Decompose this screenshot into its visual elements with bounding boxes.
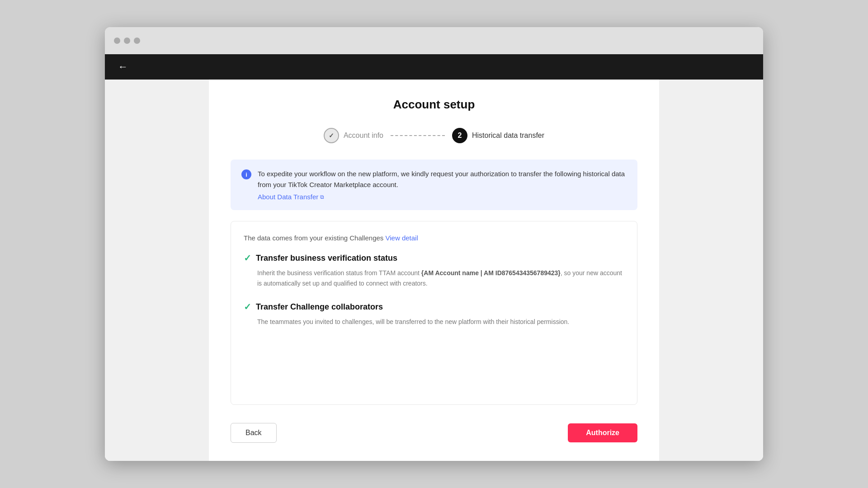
step-1-label: Account info — [344, 131, 383, 140]
main-area: Account setup ✓ Account info 2 Historica… — [209, 80, 659, 461]
step-2: 2 Historical data transfer — [452, 128, 544, 143]
info-icon: i — [241, 169, 251, 179]
step-2-label: Historical data transfer — [472, 131, 544, 140]
transfer-item-1-title: ✓ Transfer business verification status — [244, 253, 624, 263]
authorize-button[interactable]: Authorize — [568, 423, 637, 442]
step-divider — [391, 135, 445, 136]
stepper: ✓ Account info 2 Historical data transfe… — [231, 128, 637, 143]
step-1-circle: ✓ — [324, 128, 339, 143]
check-icon-2: ✓ — [244, 301, 251, 312]
transfer-item-1-desc: Inherit the business verification status… — [244, 268, 624, 289]
nav-bar: ← — [105, 54, 763, 80]
browser-dot-2 — [124, 38, 130, 44]
transfer-item-1: ✓ Transfer business verification status … — [244, 253, 624, 289]
browser-titlebar — [105, 27, 763, 54]
check-icon-1: ✓ — [244, 253, 251, 263]
data-section: The data comes from your existing Challe… — [231, 221, 637, 405]
transfer-item-2-title: ✓ Transfer Challenge collaborators — [244, 301, 624, 312]
browser-window: ← Account setup ✓ Account info 2 — [105, 27, 763, 461]
browser-dot-1 — [114, 38, 120, 44]
view-detail-link[interactable]: View detail — [386, 234, 418, 242]
info-banner-text: To expedite your workflow on the new pla… — [258, 169, 627, 190]
step-1: ✓ Account info — [324, 128, 383, 143]
page-content: Account setup ✓ Account info 2 Historica… — [105, 80, 763, 461]
transfer-item-2-desc: The teammates you invited to challenges,… — [244, 317, 624, 327]
back-button[interactable]: Back — [231, 423, 277, 443]
page-title: Account setup — [231, 98, 637, 112]
footer-buttons: Back Authorize — [231, 419, 637, 443]
step-2-circle: 2 — [452, 128, 467, 143]
info-banner-content: To expedite your workflow on the new pla… — [258, 169, 627, 201]
nav-back-button[interactable]: ← — [116, 60, 130, 74]
sidebar-left — [105, 80, 209, 461]
data-source-line: The data comes from your existing Challe… — [244, 234, 624, 242]
transfer-item-2: ✓ Transfer Challenge collaborators The t… — [244, 301, 624, 327]
about-data-transfer-link[interactable]: About Data Transfer ⧉ — [258, 193, 324, 201]
browser-dot-3 — [134, 38, 140, 44]
sidebar-right — [659, 80, 763, 461]
external-link-icon: ⧉ — [320, 194, 324, 200]
info-banner: i To expedite your workflow on the new p… — [231, 160, 637, 210]
